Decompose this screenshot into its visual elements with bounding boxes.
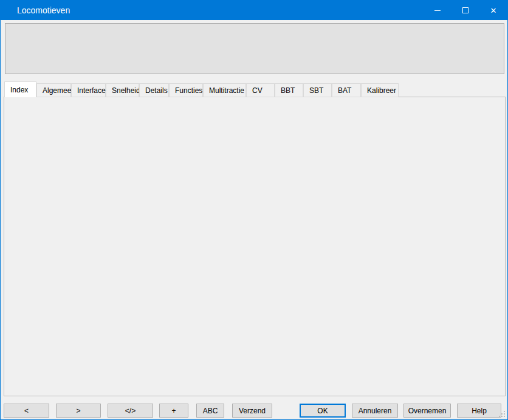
ok-button[interactable]: OK (300, 404, 346, 418)
annuleren-button[interactable]: Annuleren (352, 404, 398, 418)
resize-grip[interactable] (499, 411, 506, 418)
minimize-button[interactable] (424, 1, 451, 20)
tab-bat[interactable]: BAT (332, 83, 361, 97)
close-button[interactable]: ✕ (479, 1, 507, 20)
next-button[interactable]: > (56, 404, 101, 418)
window-controls: ✕ (424, 1, 507, 20)
tab-index[interactable]: Index (4, 81, 36, 97)
tab-page-frame (4, 97, 506, 396)
tab-functies[interactable]: Functies (169, 83, 203, 97)
help-button[interactable]: Help (457, 404, 501, 418)
tab-bbt[interactable]: BBT (275, 83, 303, 97)
tab-algemeen[interactable]: Algemeen (36, 83, 71, 97)
minimize-icon (434, 10, 441, 11)
window-title: Locomotieven (1, 5, 70, 15)
abc-button[interactable]: ABC (196, 404, 224, 418)
code-button[interactable]: </> (108, 404, 153, 418)
plus-button[interactable]: + (159, 404, 188, 418)
tab-interface[interactable]: Interface (71, 83, 106, 97)
maximize-button[interactable] (451, 1, 479, 20)
tab-multitractie[interactable]: Multitractie (203, 83, 246, 97)
tab-sbt[interactable]: SBT (303, 83, 332, 97)
tab-kalibreer[interactable]: Kalibreer (361, 83, 399, 97)
tab-snelheid[interactable]: Snelheid (106, 83, 139, 97)
verzend-button[interactable]: Verzend (232, 404, 272, 418)
tab-strip: Index Algemeen Interface Snelheid Detail… (4, 81, 399, 97)
maximize-icon (462, 7, 469, 13)
locomotieven-dialog: Locomotieven ✕ Index Algemeen Interface … (0, 0, 508, 420)
tab-cv[interactable]: CV (246, 83, 275, 97)
titlebar[interactable]: Locomotieven ✕ (1, 1, 507, 20)
close-icon: ✕ (490, 7, 497, 15)
top-info-panel (5, 23, 504, 74)
overnemen-button[interactable]: Overnemen (403, 404, 451, 418)
tab-details[interactable]: Details (139, 83, 169, 97)
prev-button[interactable]: < (4, 404, 49, 418)
